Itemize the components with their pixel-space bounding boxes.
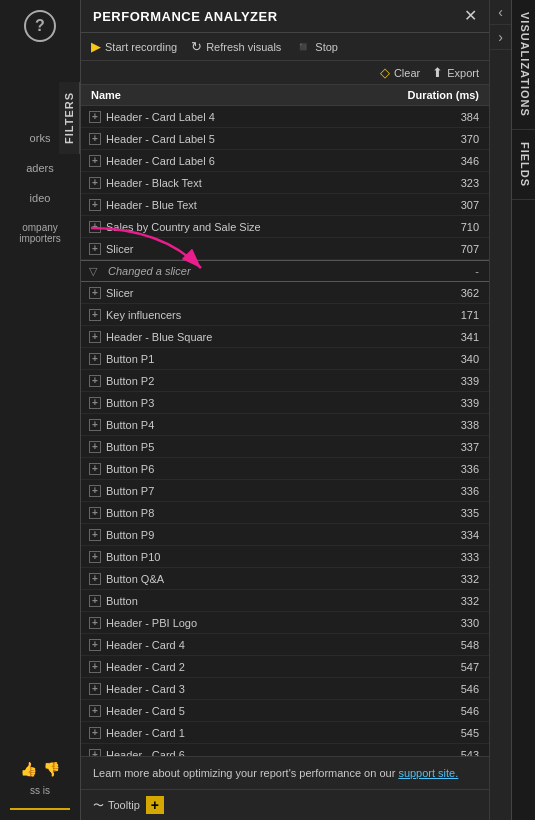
- stop-button[interactable]: ◾ Stop: [295, 39, 338, 54]
- bottom-info-bar: Learn more about optimizing your report'…: [81, 756, 489, 790]
- help-button[interactable]: ?: [24, 10, 56, 42]
- expand-icon[interactable]: +: [89, 419, 101, 431]
- clear-button[interactable]: ◇ Clear: [380, 65, 420, 80]
- expand-icon[interactable]: +: [89, 221, 101, 233]
- table-row: +Button P7 336: [81, 480, 489, 502]
- row-duration: 548: [429, 639, 479, 651]
- refresh-visuals-label: Refresh visuals: [206, 41, 281, 53]
- sidebar-nav-importers[interactable]: ompany importers: [10, 222, 70, 244]
- expand-icon[interactable]: +: [89, 661, 101, 673]
- refresh-icon: ↻: [191, 39, 202, 54]
- expand-icon[interactable]: +: [89, 705, 101, 717]
- expand-icon[interactable]: +: [89, 331, 101, 343]
- sidebar-nav-aders[interactable]: aders: [10, 162, 70, 174]
- action-bar: ◇ Clear ⬆ Export: [81, 61, 489, 85]
- col-header-duration: Duration (ms): [408, 89, 480, 101]
- row-duration: 337: [429, 441, 479, 453]
- expand-icon[interactable]: +: [89, 617, 101, 629]
- expand-icon[interactable]: +: [89, 529, 101, 541]
- filter-funnel-icon: ▽: [89, 265, 103, 278]
- support-site-link[interactable]: support site.: [398, 767, 458, 779]
- table-row: +Slicer 707: [81, 238, 489, 260]
- row-duration: 341: [429, 331, 479, 343]
- row-name: Button P8: [106, 507, 154, 519]
- row-duration: 336: [429, 463, 479, 475]
- thumbs-up-icon[interactable]: 👍: [20, 761, 37, 777]
- expand-icon[interactable]: +: [89, 551, 101, 563]
- expand-icon[interactable]: +: [89, 441, 101, 453]
- row-name: Button P7: [106, 485, 154, 497]
- toolbar: ▶ Start recording ↻ Refresh visuals ◾ St…: [81, 33, 489, 61]
- export-button[interactable]: ⬆ Export: [432, 65, 479, 80]
- row-name: Slicer: [106, 243, 134, 255]
- table-row: +Button P3 339: [81, 392, 489, 414]
- start-recording-button[interactable]: ▶ Start recording: [91, 39, 177, 54]
- expand-icon[interactable]: +: [89, 287, 101, 299]
- table-row: +Button P10 333: [81, 546, 489, 568]
- expand-icon[interactable]: +: [89, 375, 101, 387]
- row-name: Button Q&A: [106, 573, 164, 585]
- expand-icon[interactable]: +: [89, 573, 101, 585]
- expand-icon[interactable]: +: [89, 683, 101, 695]
- table-row: +Header - Black Text 323: [81, 172, 489, 194]
- expand-icon[interactable]: +: [89, 111, 101, 123]
- row-name: Header - Card 1: [106, 727, 185, 739]
- table-row: +Button P9 334: [81, 524, 489, 546]
- table-row: +Header - Card 1 545: [81, 722, 489, 744]
- row-duration: 707: [429, 243, 479, 255]
- tab-fields[interactable]: FIELDS: [512, 130, 535, 200]
- nav-left-arrow[interactable]: ‹: [490, 0, 511, 25]
- stop-label: Stop: [315, 41, 338, 53]
- nav-arrows: ‹ ›: [489, 0, 511, 820]
- right-tabs: VISUALIZATIONS FIELDS: [511, 0, 535, 820]
- table-row: +Header - Card Label 5 370: [81, 128, 489, 150]
- expand-icon[interactable]: +: [89, 507, 101, 519]
- expand-icon[interactable]: +: [89, 463, 101, 475]
- row-name: Sales by Country and Sale Size: [106, 221, 261, 233]
- table-row: +Button P4 338: [81, 414, 489, 436]
- row-name: Button P5: [106, 441, 154, 453]
- expand-icon[interactable]: +: [89, 749, 101, 756]
- tab-visualizations[interactable]: VISUALIZATIONS: [512, 0, 535, 130]
- play-icon: ▶: [91, 39, 101, 54]
- expand-icon[interactable]: +: [89, 595, 101, 607]
- row-name: Button P4: [106, 419, 154, 431]
- row-duration: 323: [429, 177, 479, 189]
- filters-tab[interactable]: FILTERS: [59, 82, 80, 154]
- expand-icon[interactable]: +: [89, 155, 101, 167]
- row-name: Button: [106, 595, 138, 607]
- table-row: +Header - Blue Square 341: [81, 326, 489, 348]
- left-sidebar: ? FILTERS orks aders ideo ompany importe…: [0, 0, 80, 820]
- expand-icon[interactable]: +: [89, 397, 101, 409]
- close-button[interactable]: ✕: [464, 8, 477, 24]
- start-recording-label: Start recording: [105, 41, 177, 53]
- table-body[interactable]: + Header - Card Label 4 384 +Header - Ca…: [81, 106, 489, 756]
- row-name: Button P6: [106, 463, 154, 475]
- row-name: Header - Card 4: [106, 639, 185, 651]
- expand-icon[interactable]: +: [89, 639, 101, 651]
- expand-icon[interactable]: +: [89, 485, 101, 497]
- add-button[interactable]: +: [146, 796, 164, 814]
- row-duration: 338: [429, 419, 479, 431]
- table-content-wrapper: + Header - Card Label 4 384 +Header - Ca…: [81, 106, 489, 756]
- stop-icon: ◾: [295, 39, 311, 54]
- thumbs-down-icon[interactable]: 👎: [43, 761, 60, 777]
- sidebar-nav-ideo[interactable]: ideo: [10, 192, 70, 204]
- expand-icon[interactable]: +: [89, 727, 101, 739]
- expand-icon[interactable]: +: [89, 177, 101, 189]
- row-duration: 334: [429, 529, 479, 541]
- nav-right-arrow[interactable]: ›: [490, 25, 511, 50]
- expand-icon[interactable]: +: [89, 353, 101, 365]
- table-header: Name Duration (ms): [81, 85, 489, 106]
- clear-icon: ◇: [380, 65, 390, 80]
- expand-icon[interactable]: +: [89, 243, 101, 255]
- table-row: +Header - Card 3 546: [81, 678, 489, 700]
- export-icon: ⬆: [432, 65, 443, 80]
- refresh-visuals-button[interactable]: ↻ Refresh visuals: [191, 39, 281, 54]
- expand-icon[interactable]: +: [89, 133, 101, 145]
- expand-icon[interactable]: +: [89, 309, 101, 321]
- expand-icon[interactable]: +: [89, 199, 101, 211]
- row-name: Header - Card 2: [106, 661, 185, 673]
- tooltip-button[interactable]: 〜 Tooltip: [93, 798, 140, 813]
- row-name: Header - PBI Logo: [106, 617, 197, 629]
